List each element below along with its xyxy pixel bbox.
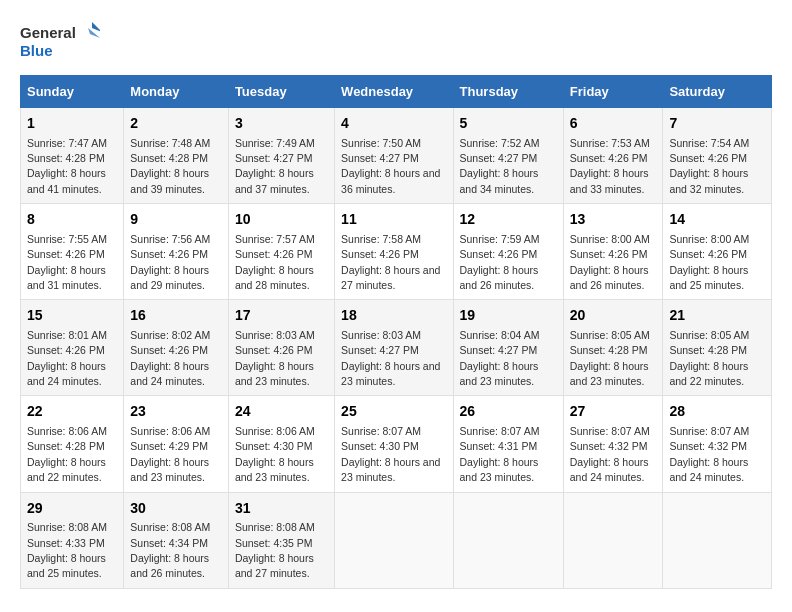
sunrise-info: Sunrise: 8:00 AM [669,233,749,245]
daylight-info: Daylight: 8 hours and 29 minutes. [130,264,209,291]
cell-week5-day1: 30 Sunrise: 8:08 AM Sunset: 4:34 PM Dayl… [124,492,229,588]
daylight-info: Daylight: 8 hours and 22 minutes. [27,456,106,483]
sunset-info: Sunset: 4:26 PM [27,344,105,356]
day-number: 21 [669,306,765,326]
sunset-info: Sunset: 4:26 PM [669,248,747,260]
sunset-info: Sunset: 4:27 PM [341,152,419,164]
sunrise-info: Sunrise: 8:05 AM [570,329,650,341]
daylight-info: Daylight: 8 hours and 26 minutes. [130,552,209,579]
day-number: 7 [669,114,765,134]
day-number: 25 [341,402,446,422]
sunset-info: Sunset: 4:27 PM [235,152,313,164]
cell-week1-day6: 7 Sunrise: 7:54 AM Sunset: 4:26 PM Dayli… [663,108,772,204]
daylight-info: Daylight: 8 hours and 23 minutes. [570,360,649,387]
cell-week5-day6 [663,492,772,588]
daylight-info: Daylight: 8 hours and 36 minutes. [341,167,440,194]
daylight-info: Daylight: 8 hours and 24 minutes. [130,360,209,387]
sunset-info: Sunset: 4:26 PM [669,152,747,164]
sunrise-info: Sunrise: 7:52 AM [460,137,540,149]
cell-week2-day5: 13 Sunrise: 8:00 AM Sunset: 4:26 PM Dayl… [563,204,663,300]
cell-week1-day2: 3 Sunrise: 7:49 AM Sunset: 4:27 PM Dayli… [228,108,334,204]
daylight-info: Daylight: 8 hours and 31 minutes. [27,264,106,291]
logo-svg: General Blue [20,20,100,65]
sunset-info: Sunset: 4:31 PM [460,440,538,452]
sunset-info: Sunset: 4:26 PM [460,248,538,260]
header-thursday: Thursday [453,76,563,108]
sunrise-info: Sunrise: 7:59 AM [460,233,540,245]
logo: General Blue [20,20,100,65]
sunset-info: Sunset: 4:26 PM [570,152,648,164]
sunset-info: Sunset: 4:26 PM [130,248,208,260]
day-number: 11 [341,210,446,230]
cell-week4-day2: 24 Sunrise: 8:06 AM Sunset: 4:30 PM Dayl… [228,396,334,492]
daylight-info: Daylight: 8 hours and 23 minutes. [235,360,314,387]
cell-week4-day4: 26 Sunrise: 8:07 AM Sunset: 4:31 PM Dayl… [453,396,563,492]
cell-week1-day1: 2 Sunrise: 7:48 AM Sunset: 4:28 PM Dayli… [124,108,229,204]
cell-week1-day0: 1 Sunrise: 7:47 AM Sunset: 4:28 PM Dayli… [21,108,124,204]
sunrise-info: Sunrise: 8:06 AM [130,425,210,437]
day-number: 22 [27,402,117,422]
sunset-info: Sunset: 4:28 PM [27,152,105,164]
sunset-info: Sunset: 4:34 PM [130,537,208,549]
header-tuesday: Tuesday [228,76,334,108]
sunset-info: Sunset: 4:28 PM [130,152,208,164]
day-number: 5 [460,114,557,134]
sunrise-info: Sunrise: 8:07 AM [460,425,540,437]
day-number: 1 [27,114,117,134]
cell-week3-day5: 20 Sunrise: 8:05 AM Sunset: 4:28 PM Dayl… [563,300,663,396]
sunrise-info: Sunrise: 8:04 AM [460,329,540,341]
sunset-info: Sunset: 4:26 PM [27,248,105,260]
sunrise-info: Sunrise: 8:05 AM [669,329,749,341]
sunset-info: Sunset: 4:30 PM [235,440,313,452]
daylight-info: Daylight: 8 hours and 26 minutes. [570,264,649,291]
day-number: 27 [570,402,657,422]
sunrise-info: Sunrise: 7:50 AM [341,137,421,149]
daylight-info: Daylight: 8 hours and 37 minutes. [235,167,314,194]
header-saturday: Saturday [663,76,772,108]
sunset-info: Sunset: 4:35 PM [235,537,313,549]
daylight-info: Daylight: 8 hours and 23 minutes. [460,360,539,387]
cell-week1-day4: 5 Sunrise: 7:52 AM Sunset: 4:27 PM Dayli… [453,108,563,204]
day-number: 23 [130,402,222,422]
daylight-info: Daylight: 8 hours and 27 minutes. [235,552,314,579]
calendar-table: SundayMondayTuesdayWednesdayThursdayFrid… [20,75,772,589]
day-number: 14 [669,210,765,230]
sunrise-info: Sunrise: 8:06 AM [27,425,107,437]
cell-week3-day2: 17 Sunrise: 8:03 AM Sunset: 4:26 PM Dayl… [228,300,334,396]
cell-week2-day1: 9 Sunrise: 7:56 AM Sunset: 4:26 PM Dayli… [124,204,229,300]
daylight-info: Daylight: 8 hours and 39 minutes. [130,167,209,194]
svg-marker-2 [92,22,100,32]
daylight-info: Daylight: 8 hours and 23 minutes. [460,456,539,483]
daylight-info: Daylight: 8 hours and 34 minutes. [460,167,539,194]
day-number: 18 [341,306,446,326]
sunrise-info: Sunrise: 8:06 AM [235,425,315,437]
cell-week3-day0: 15 Sunrise: 8:01 AM Sunset: 4:26 PM Dayl… [21,300,124,396]
day-number: 29 [27,499,117,519]
header-sunday: Sunday [21,76,124,108]
sunrise-info: Sunrise: 7:48 AM [130,137,210,149]
cell-week5-day3 [335,492,453,588]
sunrise-info: Sunrise: 7:53 AM [570,137,650,149]
daylight-info: Daylight: 8 hours and 41 minutes. [27,167,106,194]
sunset-info: Sunset: 4:26 PM [235,344,313,356]
sunset-info: Sunset: 4:33 PM [27,537,105,549]
week-row-3: 15 Sunrise: 8:01 AM Sunset: 4:26 PM Dayl… [21,300,772,396]
header: General Blue [20,20,772,65]
day-number: 10 [235,210,328,230]
sunset-info: Sunset: 4:30 PM [341,440,419,452]
cell-week4-day5: 27 Sunrise: 8:07 AM Sunset: 4:32 PM Dayl… [563,396,663,492]
daylight-info: Daylight: 8 hours and 26 minutes. [460,264,539,291]
day-number: 13 [570,210,657,230]
sunrise-info: Sunrise: 8:08 AM [130,521,210,533]
week-row-2: 8 Sunrise: 7:55 AM Sunset: 4:26 PM Dayli… [21,204,772,300]
cell-week3-day3: 18 Sunrise: 8:03 AM Sunset: 4:27 PM Dayl… [335,300,453,396]
cell-week1-day3: 4 Sunrise: 7:50 AM Sunset: 4:27 PM Dayli… [335,108,453,204]
cell-week5-day5 [563,492,663,588]
sunrise-info: Sunrise: 7:47 AM [27,137,107,149]
cell-week3-day4: 19 Sunrise: 8:04 AM Sunset: 4:27 PM Dayl… [453,300,563,396]
svg-text:General: General [20,24,76,41]
day-number: 8 [27,210,117,230]
day-number: 3 [235,114,328,134]
sunset-info: Sunset: 4:26 PM [570,248,648,260]
sunrise-info: Sunrise: 7:56 AM [130,233,210,245]
